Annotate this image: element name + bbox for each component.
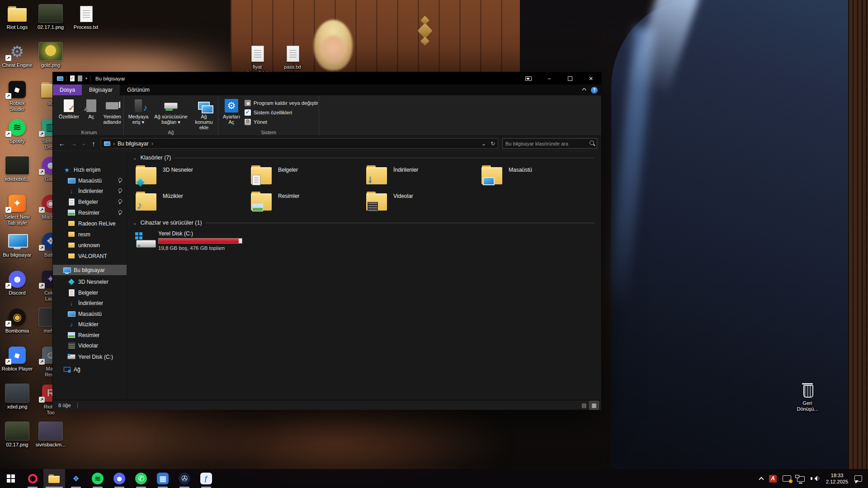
sidebar-item-resimler-qa[interactable]: Resimler <box>53 207 127 218</box>
folder-tile-masaustu[interactable]: Masaüstü <box>480 164 589 188</box>
refresh-icon[interactable]: ↻ <box>491 141 495 147</box>
desktop-icon-roblox-studio[interactable]: ■ RobloxStudio <box>0 80 34 112</box>
ribbon-button-medyaya-eris[interactable]: Medyayaeriş ▾ <box>126 98 151 131</box>
sidebar-item-3d-nesneler[interactable]: 3D Nesneler <box>53 277 127 287</box>
collapse-ribbon-chevron-icon[interactable]: ^ <box>582 87 586 93</box>
folder-tile-belgeler[interactable]: Belgeler <box>250 164 358 188</box>
tab-bilgisayar[interactable]: Bilgisayar <box>82 84 120 95</box>
desktop-icon-discord[interactable]: ☻ Discord <box>0 269 34 296</box>
sidebar-item-indirilenler-qa[interactable]: İndirilenler <box>53 186 127 196</box>
folder-tile-3d-nesneler[interactable]: 3D Nesneler <box>134 164 243 188</box>
sidebar-item-videolar[interactable]: Videolar <box>53 340 127 351</box>
maximize-button[interactable] <box>560 72 580 84</box>
desktop-icon-roblox-player[interactable]: ■ Roblox Player <box>0 345 34 372</box>
sidebar-item-unknown[interactable]: unknown <box>53 240 127 250</box>
folder-tile-indirilenler[interactable]: İndirilenler <box>365 164 473 188</box>
sidebar-item-yerel-disk-c[interactable]: Yerel Disk (C:) <box>53 352 127 362</box>
ribbon-button-ayarlari-ac[interactable]: AyarlarıAç <box>221 98 242 126</box>
address-bar[interactable]: › Bu bilgisayar › ⌄ ↻ <box>101 138 498 149</box>
desktop-icon-xdxdxdxd-png[interactable]: xdxdxdxd... <box>0 155 34 182</box>
sidebar-item-resm[interactable]: resm <box>53 229 127 239</box>
desktop-icon-02171-png[interactable]: 02.17.1.png <box>33 4 68 30</box>
close-button[interactable]: ✕ <box>580 72 601 84</box>
taskbar-spotify[interactable]: ≋ <box>87 469 108 488</box>
sidebar-item-radeon-relive[interactable]: Radeon ReLive <box>53 218 127 229</box>
anydesk-tray-icon[interactable]: A <box>768 469 778 488</box>
desktop-icon-process-txt[interactable]: Process.txt <box>69 4 103 30</box>
search-icon[interactable] <box>588 139 597 148</box>
volume-tray-icon[interactable] <box>809 469 821 488</box>
ribbon-button-ac[interactable]: Aç <box>81 98 101 126</box>
sidebar-item-masaustu[interactable]: Masaüstü <box>53 309 127 319</box>
desktop-icon-xdxd-png[interactable]: xdxd.png <box>0 383 34 410</box>
up-button[interactable]: ↑ <box>88 138 99 149</box>
sidebar-item-ag[interactable]: Ağ <box>53 364 127 375</box>
ribbon-button-ag-konumu-ekle[interactable]: Ağ konumuekle <box>191 98 217 131</box>
ribbon-button-yonet[interactable]: Yönet <box>243 117 320 126</box>
desktop-icon-fiyat-onemli-txt[interactable]: fiyatönemli.txt <box>240 43 274 76</box>
start-button[interactable] <box>0 469 22 488</box>
ribbon-button-program-kaldir[interactable]: Program kaldır veya değiştir <box>243 99 320 107</box>
help-button[interactable]: ? <box>591 87 598 94</box>
title-bar[interactable]: ▾ Bu bilgisayar – ✕ <box>53 72 601 84</box>
network-tray-icon[interactable] <box>796 469 806 488</box>
properties-icon[interactable] <box>70 75 75 81</box>
back-button[interactable]: ← <box>57 138 67 149</box>
sidebar-item-hizli-erisim[interactable]: Hızlı erişim <box>53 164 127 175</box>
collapse-group-chevron-icon[interactable]: ⌄ <box>133 221 137 225</box>
ribbon-button-yeniden-adlandir[interactable]: Yenidenadlandır <box>102 98 123 126</box>
desktop-icon-select-new-tab-style[interactable]: ✦ Select NewTab style <box>0 193 34 226</box>
sidebar-item-belgeler-qa[interactable]: Belgeler <box>53 197 127 207</box>
sidebar-item-masaustu-qa[interactable]: Masaüstü <box>53 175 127 186</box>
taskbar-opera-gx[interactable] <box>22 469 43 488</box>
new-folder-icon[interactable] <box>78 75 82 81</box>
action-center-button[interactable] <box>853 469 863 488</box>
taskbar-f-app[interactable]: ƒ <box>195 469 217 488</box>
breadcrumb[interactable]: Bu bilgisayar <box>118 141 149 147</box>
desktop-icon-pass-txt[interactable]: pass.txt <box>275 43 310 70</box>
desktop-icon-recycle-bin[interactable]: GeriDönüşü... <box>790 380 825 412</box>
sidebar-item-resimler[interactable]: Resimler <box>53 330 127 340</box>
recent-locations-chevron-icon[interactable]: ⌄ <box>80 138 87 149</box>
desktop-icon-spotify[interactable]: ≋ Spotify <box>0 117 34 144</box>
customize-toolbar-chevron-icon[interactable]: ▾ <box>85 76 87 80</box>
sidebar-item-valorant[interactable]: VALORANT <box>53 251 127 261</box>
taskbar-calculator[interactable]: ▦ <box>152 469 174 488</box>
taskbar-knot-app[interactable]: ❖ <box>65 469 87 488</box>
taskbar-whatsapp[interactable]: ✆ <box>130 469 152 488</box>
desktop-icon-bombomia[interactable]: ◉ Bombomia <box>0 307 34 334</box>
ribbon-button-sistem-ozellikleri[interactable]: Sistem özellikleri <box>243 108 320 117</box>
folder-tile-muzikler[interactable]: Müzikler <box>134 191 243 214</box>
desktop-icon-0217-png[interactable]: 02.17.png <box>0 421 34 448</box>
taskbar-file-explorer[interactable] <box>43 469 65 488</box>
taskbar-clock[interactable]: 18:33 2.12.2025 <box>824 472 850 485</box>
sidebar-item-indirilenler[interactable]: İndirilenler <box>53 298 127 308</box>
desktop-icon-bu-bilgisayar[interactable]: Bu bilgisayar <box>0 231 34 258</box>
taskbar-discord[interactable]: ☻ <box>108 469 130 488</box>
screen-utility-button[interactable] <box>518 72 539 84</box>
search-input[interactable] <box>503 141 588 146</box>
desktop-icon-cheat-engine[interactable]: ⚙ Cheat Engine <box>0 42 34 68</box>
tab-gorunum[interactable]: Görünüm <box>120 84 157 95</box>
desktop-icon-gold-png[interactable]: gold.png <box>33 42 68 68</box>
sidebar-item-belgeler[interactable]: Belgeler <box>53 287 127 298</box>
sidebar-item-muzikler[interactable]: Müzikler <box>53 319 127 329</box>
folder-tile-resimler[interactable]: Resimler <box>250 191 358 214</box>
ribbon-button-ag-surucusune-baglan[interactable]: Ağ sürücüsünebağlan ▾ <box>152 98 190 131</box>
details-view-button[interactable]: ▤ <box>580 401 589 409</box>
forward-button[interactable]: → <box>68 138 79 149</box>
taskbar-steam[interactable]: ✇ <box>174 469 195 488</box>
desktop-icon-sivrisbackm[interactable]: sivrisbackm... <box>33 421 68 448</box>
address-dropdown-chevron-icon[interactable]: ⌄ <box>481 141 486 147</box>
group-header-drives[interactable]: ⌄ Cihazlar ve sürücüler (1) <box>133 220 594 226</box>
minimize-button[interactable]: – <box>539 72 560 84</box>
sidebar-item-bu-bilgisayar[interactable]: Bu bilgisayar <box>53 265 127 275</box>
ribbon-button-ozellikler[interactable]: Özellikler <box>57 98 80 126</box>
cast-tray-icon[interactable] <box>781 469 793 488</box>
tab-dosya[interactable]: Dosya <box>53 84 82 95</box>
tray-expand-chevron-icon[interactable] <box>758 469 764 488</box>
folder-tile-videolar[interactable]: Videolar <box>365 191 473 214</box>
large-icons-view-button[interactable]: ▦ <box>590 401 599 409</box>
drive-tile-yerel-disk-c[interactable]: Yerel Disk (C:) 19,8 GB boş, 476 GB topl… <box>134 230 252 255</box>
desktop-icon-riot-logs[interactable]: Riot Logs <box>0 4 34 30</box>
